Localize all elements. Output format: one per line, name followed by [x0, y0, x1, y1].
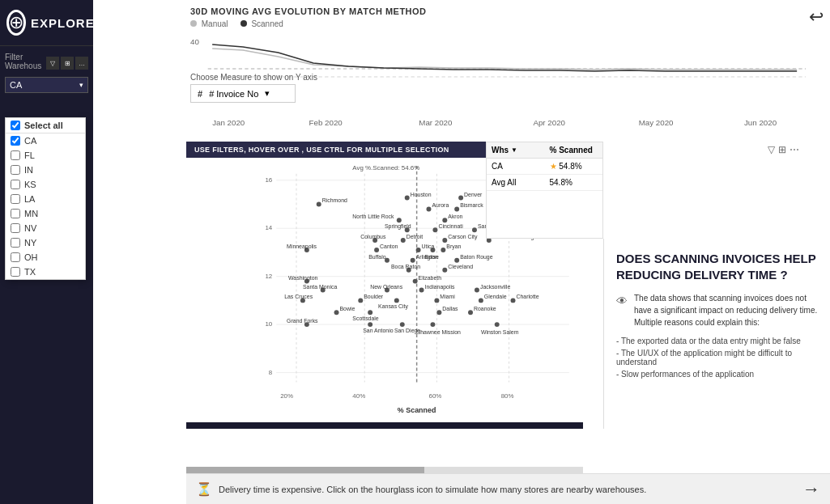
svg-point-109 [468, 310, 473, 315]
checkbox-in[interactable] [11, 165, 20, 175]
checkbox-nv[interactable] [11, 223, 20, 233]
svg-text:Houston: Houston [411, 192, 432, 197]
col-whs[interactable]: Whs ▼ [487, 142, 545, 158]
svg-point-113 [368, 322, 372, 327]
legend-dot-manual [190, 20, 197, 27]
chart-legend: Manual Scanned [190, 19, 806, 28]
svg-point-63 [416, 248, 421, 252]
chevron-down-icon: ▾ [79, 81, 83, 89]
svg-text:Denver: Denver [464, 192, 483, 197]
svg-point-73 [454, 258, 459, 263]
svg-text:Carson City: Carson City [448, 234, 478, 240]
svg-point-61 [374, 248, 379, 252]
main-content: Choose Measure to show on Y axis # # Inv… [93, 0, 830, 504]
svg-text:14: 14 [265, 224, 272, 231]
top-right-controls: ▽ ⊞ ⋯ [768, 144, 799, 155]
svg-text:North Little Rock: North Little Rock [352, 214, 394, 219]
dropdown-item-mn[interactable]: MN [6, 206, 85, 221]
svg-point-37 [427, 206, 432, 211]
dropdown-item-nv[interactable]: NV [6, 221, 85, 235]
svg-text:Jun 2020: Jun 2020 [744, 118, 777, 127]
dropdown-item-in[interactable]: IN [6, 163, 85, 177]
svg-text:Miami: Miami [440, 294, 455, 299]
svg-text:Kansas City: Kansas City [378, 303, 408, 310]
svg-point-117 [430, 322, 435, 327]
grid-ctrl-icon[interactable]: ⊞ [778, 144, 786, 155]
svg-point-47 [432, 227, 437, 232]
dropdown-item-la[interactable]: LA [6, 192, 85, 206]
svg-text:20%: 20% [280, 392, 293, 400]
svg-text:Las Cruces: Las Cruces [284, 294, 313, 299]
svg-text:Boca Raton: Boca Raton [391, 264, 420, 269]
pct-ca: 54.8% [559, 162, 581, 171]
dropdown-item-ca[interactable]: CA [6, 133, 85, 148]
next-arrow-icon[interactable]: → [802, 479, 820, 500]
checkbox-ks[interactable] [11, 180, 20, 189]
back-button[interactable]: ↩ [809, 6, 824, 28]
measure-dropdown[interactable]: # # Invoice No ▾ [190, 84, 296, 103]
svg-text:Jacksonville: Jacksonville [480, 284, 510, 290]
measure-section: Choose Measure to show on Y axis # # Inv… [190, 73, 317, 103]
select-all-checkbox[interactable] [11, 121, 20, 130]
svg-text:Santa Monica: Santa Monica [303, 284, 337, 290]
dropdown-item-fl[interactable]: FL [6, 148, 85, 163]
right-panel-title: DOES SCANNING INVOICES HELP REDUCING DEL… [616, 251, 818, 282]
warehouse-dropdown[interactable]: CA ▾ [5, 77, 88, 93]
table-header: Whs ▼ % Scanned [487, 142, 602, 159]
svg-text:Grand Forks: Grand Forks [287, 318, 318, 324]
dropdown-item-oh[interactable]: OH [6, 250, 85, 265]
svg-text:New Orleans: New Orleans [370, 284, 403, 290]
svg-point-97 [434, 298, 439, 303]
svg-point-31 [317, 202, 321, 207]
bullet-1: The exported data or the data entry migh… [616, 335, 818, 347]
legend-dot-scanned [240, 20, 247, 27]
checkbox-la[interactable] [11, 194, 20, 204]
svg-point-87 [419, 288, 424, 293]
svg-text:Scottsdale: Scottsdale [352, 316, 378, 321]
svg-text:16: 16 [265, 176, 272, 184]
svg-text:Winston Salem: Winston Salem [481, 329, 519, 335]
filter-label: Filter Warehous [5, 53, 44, 70]
dropdown-item-ks[interactable]: KS [6, 177, 85, 192]
svg-text:Roanoke: Roanoke [474, 306, 496, 311]
svg-text:8: 8 [269, 369, 273, 376]
svg-point-67 [430, 248, 435, 252]
svg-point-101 [511, 298, 516, 303]
checkbox-oh[interactable] [11, 252, 20, 262]
svg-text:Washington: Washington [288, 275, 317, 282]
more-ctrl-icon[interactable]: ⋯ [790, 144, 799, 155]
col-pct-scanned[interactable]: % Scanned [545, 142, 603, 158]
filter-icon-2[interactable]: ⊞ [61, 57, 74, 70]
footer-text: Delivery time is expensive. Click on the… [219, 485, 796, 494]
table-row: CA ★ 54.8% [487, 159, 602, 175]
svg-text:Richmond: Richmond [322, 197, 347, 203]
svg-point-119 [495, 322, 500, 327]
checkbox-mn[interactable] [11, 209, 20, 218]
svg-text:40: 40 [190, 37, 199, 46]
checkbox-fl[interactable] [11, 150, 20, 160]
scatter-scrollbar[interactable] [186, 467, 583, 473]
hourglass-icon[interactable]: ⏳ [196, 481, 212, 497]
item-label-la: LA [24, 194, 35, 204]
filter-icon-3[interactable]: … [75, 57, 88, 70]
dropdown-item-tx[interactable]: TX [6, 265, 85, 279]
svg-text:San Antonio: San Antonio [363, 328, 393, 333]
svg-text:Feb 2020: Feb 2020 [309, 118, 343, 127]
checkbox-ca[interactable] [11, 136, 20, 146]
checkbox-tx[interactable] [11, 267, 20, 277]
svg-text:Detroit: Detroit [406, 234, 423, 239]
select-all-label: Select all [24, 121, 63, 130]
item-label-in: IN [24, 165, 33, 175]
svg-point-49 [472, 227, 477, 232]
filter-icon-1[interactable]: ▽ [46, 57, 59, 70]
checkbox-ny[interactable] [11, 238, 20, 248]
svg-text:Aurora: Aurora [432, 202, 449, 208]
filter-icons: ▽ ⊞ … [46, 57, 88, 70]
svg-text:Cleveland: Cleveland [448, 264, 473, 269]
select-all-item[interactable]: Select all [6, 118, 85, 133]
svg-text:Akron: Akron [448, 214, 462, 219]
svg-point-89 [475, 288, 479, 293]
filter-ctrl-icon[interactable]: ▽ [768, 144, 775, 155]
dropdown-item-ny[interactable]: NY [6, 235, 85, 250]
item-label-mn: MN [24, 209, 38, 218]
